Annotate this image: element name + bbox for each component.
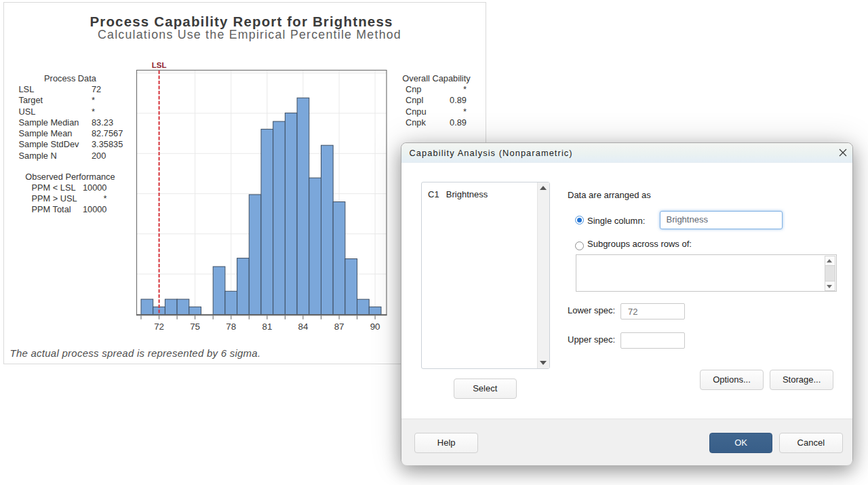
svg-text:72: 72 xyxy=(154,322,164,332)
svg-text:LSL: LSL xyxy=(152,61,167,69)
svg-text:90: 90 xyxy=(370,322,380,332)
svg-text:78: 78 xyxy=(226,322,236,332)
svg-text:81: 81 xyxy=(262,322,272,332)
svg-text:84: 84 xyxy=(298,322,308,332)
svg-text:75: 75 xyxy=(190,322,200,332)
svg-text:87: 87 xyxy=(334,322,344,332)
